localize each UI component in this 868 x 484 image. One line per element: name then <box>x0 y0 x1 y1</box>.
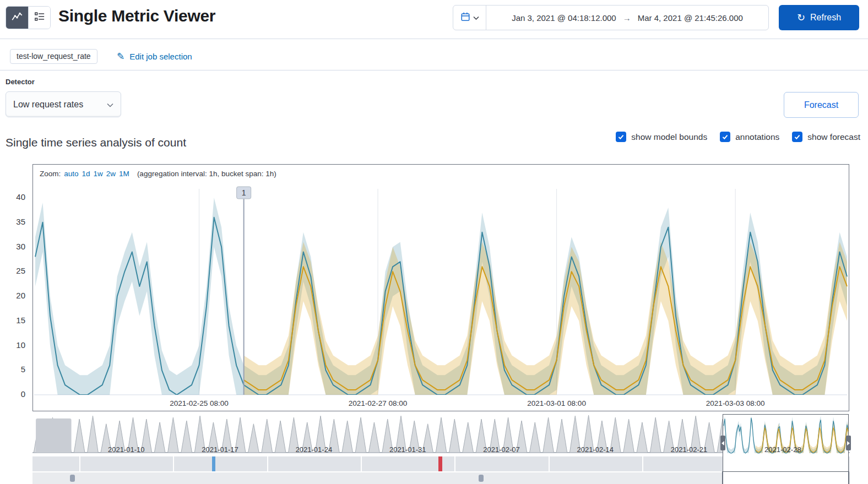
x-tick-label: 2021-02-25 08:00 <box>170 399 229 407</box>
anomaly-marker[interactable] <box>438 456 442 471</box>
pencil-icon: ✎ <box>117 51 124 62</box>
y-tick-label: 0 <box>0 389 25 399</box>
main-chart-svg[interactable]: 2021-02-25 08:002021-02-27 08:002021-03-… <box>33 165 849 411</box>
selection-edge-line <box>722 471 723 484</box>
anomaly-explorer-view-button[interactable] <box>28 7 50 29</box>
chevron-down-icon <box>473 13 479 23</box>
anomaly-marker[interactable] <box>212 456 215 471</box>
context-chart-area: 2021-01-102021-01-172021-01-242021-01-31… <box>32 414 850 484</box>
zoom-option-1M[interactable]: 1M <box>119 170 129 178</box>
y-tick-label: 35 <box>0 217 25 226</box>
header: Single Metric Viewer Jan 3, 2021 @ 04:18… <box>0 0 868 39</box>
zoom-option-1w[interactable]: 1w <box>94 170 103 178</box>
y-tick-label: 10 <box>0 340 25 350</box>
calendar-icon <box>460 12 470 24</box>
detector-selected-value: Low request rates <box>13 100 83 110</box>
zoom-label: Zoom: <box>40 170 61 178</box>
swimlane-separator <box>79 456 80 471</box>
end-date[interactable]: Mar 4, 2021 @ 21:45:26.000 <box>638 13 743 23</box>
show-model-bounds-label: show model bounds <box>631 132 707 142</box>
checkbox-checked-icon <box>616 132 626 142</box>
quick-select-button[interactable] <box>453 6 486 30</box>
zoom-links: auto1d1w2w1M <box>64 170 133 178</box>
y-tick-label: 40 <box>0 192 25 202</box>
refresh-label: Refresh <box>810 13 841 23</box>
single-metric-view-button[interactable] <box>6 7 28 29</box>
checkbox-checked-icon <box>720 132 730 142</box>
swimlane-separator <box>454 456 455 471</box>
refresh-icon: ↻ <box>797 13 805 23</box>
x-tick-label: 2021-03-01 08:00 <box>527 399 586 407</box>
swimlane-separator <box>173 456 174 471</box>
annotation-marker[interactable] <box>70 475 75 482</box>
chart-options-row: show model bounds annotations show forec… <box>616 132 860 142</box>
job-selection-bar: test-low_request_rate ✎ Edit job selecti… <box>0 46 868 70</box>
date-range-display[interactable]: Jan 3, 2021 @ 04:18:12.000 → Mar 4, 2021… <box>486 6 768 30</box>
line-chart-icon <box>12 11 23 24</box>
selection-left-handle[interactable] <box>720 436 725 450</box>
forecast-button[interactable]: Forecast <box>784 92 859 118</box>
zoom-controls: Zoom:auto1d1w2w1M(aggregation interval: … <box>40 170 276 178</box>
selection-bottom-mask <box>723 472 849 484</box>
main-chart-container: Zoom:auto1d1w2w1M(aggregation interval: … <box>32 164 849 411</box>
selection-right-handle[interactable] <box>846 436 851 450</box>
y-tick-label: 30 <box>0 242 25 251</box>
aggregation-interval-label: (aggregation interval: 1h, bucket span: … <box>137 170 276 178</box>
view-toggle-group <box>6 6 51 29</box>
show-forecast-label: show forecast <box>807 132 860 142</box>
arrow-left-icon <box>721 441 724 445</box>
x-tick-label: 2021-02-27 08:00 <box>349 399 408 407</box>
swimlane-separator <box>267 456 268 471</box>
selection-edge-line <box>848 471 849 484</box>
swimlane-separator <box>642 456 643 471</box>
edit-job-selection-label: Edit job selection <box>129 52 192 61</box>
single-metric-viewer-page: Single Metric Viewer Jan 3, 2021 @ 04:18… <box>0 0 868 484</box>
page-title: Single Metric Viewer <box>58 7 215 25</box>
y-tick-label: 20 <box>0 291 25 300</box>
swimlane-separator <box>549 456 550 471</box>
refresh-button[interactable]: ↻ Refresh <box>779 5 859 30</box>
zoom-option-1d[interactable]: 1d <box>82 170 90 178</box>
detector-label: Detector <box>6 78 35 86</box>
arrow-right-icon: → <box>623 13 631 23</box>
start-date[interactable]: Jan 3, 2021 @ 04:18:12.000 <box>512 13 616 23</box>
zoom-option-auto[interactable]: auto <box>64 170 78 178</box>
forecast-bounds-band <box>244 242 847 395</box>
y-tick-label: 15 <box>0 316 25 325</box>
y-tick-label: 5 <box>0 365 25 374</box>
detector-select[interactable]: Low request rates <box>6 91 121 117</box>
context-leading-block <box>36 418 71 453</box>
time-range-selection[interactable] <box>723 414 849 472</box>
edit-job-selection-link[interactable]: ✎ Edit job selection <box>117 51 192 62</box>
swimlane-separator <box>361 456 362 471</box>
grid-list-icon <box>34 11 45 24</box>
date-picker: Jan 3, 2021 @ 04:18:12.000 → Mar 4, 2021… <box>453 5 769 30</box>
arrow-right-icon <box>847 441 850 445</box>
show-forecast-checkbox[interactable]: show forecast <box>792 132 860 142</box>
y-tick-label: 25 <box>0 266 25 275</box>
zoom-option-2w[interactable]: 2w <box>106 170 116 178</box>
annotations-checkbox[interactable]: annotations <box>720 132 779 142</box>
selection-mini-chart <box>723 415 849 471</box>
annotations-label: annotations <box>735 132 779 142</box>
chevron-down-icon <box>107 100 113 110</box>
x-tick-label: 2021-03-03 08:00 <box>706 399 765 407</box>
job-badge: test-low_request_rate <box>10 49 97 64</box>
checkbox-checked-icon <box>792 132 802 142</box>
annotation-marker[interactable] <box>479 475 484 482</box>
show-model-bounds-checkbox[interactable]: show model bounds <box>616 132 707 142</box>
annotation-badge-label: 1 <box>242 188 246 197</box>
series-analysis-title: Single time series analysis of count <box>6 136 186 149</box>
